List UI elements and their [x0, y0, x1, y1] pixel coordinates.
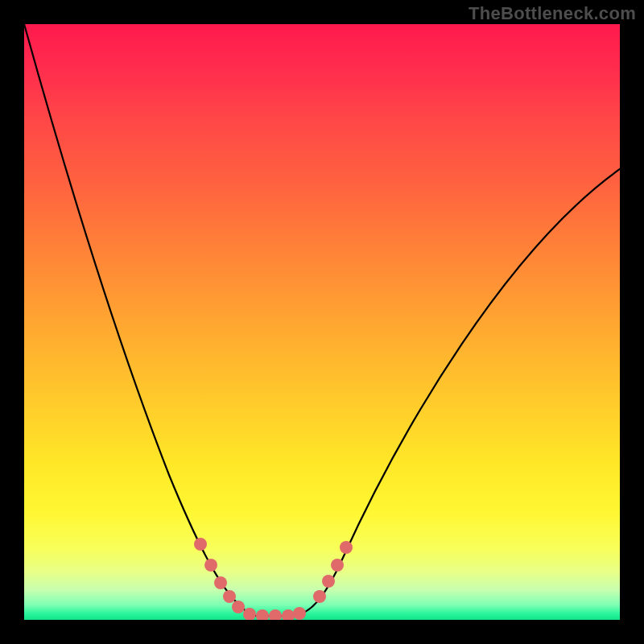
plot-gradient-background [24, 24, 620, 620]
watermark-label: TheBottleneck.com [469, 3, 636, 24]
chart-stage: TheBottleneck.com [0, 0, 644, 644]
